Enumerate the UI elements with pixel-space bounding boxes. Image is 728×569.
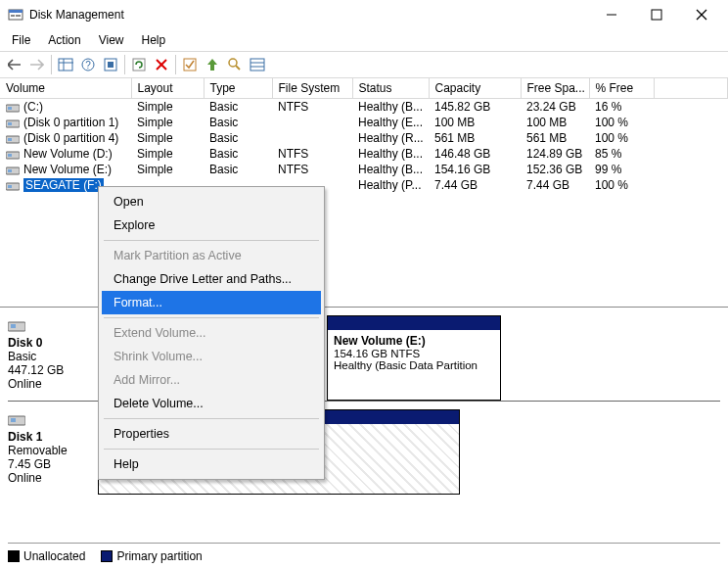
ctx-open[interactable]: Open — [102, 190, 321, 213]
cell-status: Healthy (P... — [352, 177, 429, 193]
disk-header: Disk 0Basic447.12 GBOnline — [8, 315, 98, 401]
cell-fs: NTFS — [272, 162, 352, 177]
cell-type: Basic — [204, 162, 272, 177]
partition[interactable]: New Volume (E:)154.16 GB NTFSHealthy (Ba… — [327, 315, 501, 401]
disk-size: 7.45 GB — [8, 457, 94, 471]
partition-status: Healthy (Basic Data Partition — [334, 359, 494, 371]
svg-rect-18 — [184, 59, 196, 71]
col-status[interactable]: Status — [352, 78, 429, 99]
ctx-shrink: Shrink Volume... — [102, 345, 321, 368]
cell-capacity: 145.82 GB — [429, 99, 521, 116]
svg-rect-15 — [133, 59, 145, 71]
cell-volume: New Volume (E:) — [0, 162, 131, 177]
col-layout[interactable]: Layout — [131, 78, 204, 99]
drive-icon — [6, 133, 20, 143]
svg-rect-35 — [8, 185, 12, 188]
svg-rect-25 — [8, 107, 12, 110]
check-icon[interactable] — [179, 54, 201, 75]
ctx-mirror: Add Mirror... — [102, 368, 321, 392]
disk-kind: Basic — [8, 350, 94, 363]
table-row[interactable]: (Disk 0 partition 1)SimpleBasicHealthy (… — [0, 115, 728, 130]
swatch-primary — [101, 550, 113, 562]
window-title: Disk Management — [29, 8, 589, 22]
menu-view[interactable]: View — [91, 31, 132, 49]
svg-rect-3 — [16, 15, 21, 17]
cell-layout: Simple — [131, 130, 204, 146]
col-fs[interactable]: File System — [272, 78, 352, 99]
table-row[interactable]: (Disk 0 partition 4)SimpleBasicHealthy (… — [0, 130, 728, 146]
disk-label: Disk 0 — [8, 336, 94, 350]
col-capacity[interactable]: Capacity — [429, 78, 521, 99]
drive-icon — [6, 165, 20, 174]
disk-state: Online — [8, 377, 94, 391]
disk-state: Online — [8, 471, 94, 485]
settings-icon[interactable] — [100, 54, 121, 75]
cell-free: 23.24 GB — [521, 99, 589, 116]
back-button[interactable] — [4, 54, 25, 75]
maximize-button[interactable] — [634, 0, 679, 29]
close-button[interactable] — [679, 0, 724, 29]
menu-action[interactable]: Action — [40, 31, 88, 49]
col-volume[interactable]: Volume — [0, 78, 131, 99]
cell-volume: (Disk 0 partition 4) — [0, 130, 131, 146]
svg-rect-37 — [11, 324, 16, 328]
svg-rect-5 — [652, 10, 661, 20]
cell-pct: 85 % — [589, 146, 654, 162]
svg-rect-27 — [8, 122, 12, 125]
svg-rect-1 — [9, 10, 23, 13]
menu-file[interactable]: File — [4, 31, 38, 49]
cell-layout: Simple — [131, 146, 204, 162]
show-hide-tree-button[interactable] — [55, 54, 76, 75]
svg-text:?: ? — [85, 60, 91, 71]
context-menu: Open Explore Mark Partition as Active Ch… — [98, 186, 325, 480]
drive-icon — [6, 149, 20, 159]
cell-volume: (C:) — [0, 99, 131, 115]
cell-capacity: 154.16 GB — [429, 162, 521, 177]
table-row[interactable]: New Volume (D:)SimpleBasicNTFSHealthy (B… — [0, 146, 728, 162]
cell-status: Healthy (R... — [352, 130, 429, 146]
cell-status: Healthy (B... — [352, 99, 429, 116]
search-icon[interactable] — [224, 54, 246, 75]
up-arrow-icon[interactable] — [202, 54, 223, 75]
svg-rect-2 — [11, 15, 15, 17]
cell-type: Basic — [204, 99, 272, 116]
table-row[interactable]: New Volume (E:)SimpleBasicNTFSHealthy (B… — [0, 162, 728, 177]
delete-icon[interactable] — [151, 54, 172, 75]
ctx-properties[interactable]: Properties — [102, 422, 321, 446]
drive-icon — [6, 118, 20, 127]
ctx-format[interactable]: Format... — [102, 291, 321, 314]
col-pct[interactable]: % Free — [589, 78, 654, 99]
help-icon[interactable]: ? — [77, 54, 99, 75]
table-row[interactable]: (C:)SimpleBasicNTFSHealthy (B...145.82 G… — [0, 99, 728, 116]
toolbar: ? — [0, 51, 728, 78]
ctx-mark-active: Mark Partition as Active — [102, 244, 321, 267]
cell-fs — [272, 115, 352, 130]
svg-rect-36 — [8, 322, 25, 331]
cell-capacity: 561 MB — [429, 130, 521, 146]
cell-fs: NTFS — [272, 99, 352, 116]
cell-fs: NTFS — [272, 146, 352, 162]
cell-pct: 100 % — [589, 177, 654, 193]
ctx-delete[interactable]: Delete Volume... — [102, 392, 321, 415]
menu-help[interactable]: Help — [134, 31, 174, 49]
col-type[interactable]: Type — [204, 78, 272, 99]
svg-rect-21 — [250, 59, 264, 71]
cell-capacity: 146.48 GB — [429, 146, 521, 162]
legend-unallocated: Unallocated — [23, 549, 85, 563]
col-free[interactable]: Free Spa... — [521, 78, 589, 99]
cell-free: 124.89 GB — [521, 146, 589, 162]
minimize-button[interactable] — [589, 0, 634, 29]
ctx-change-letter[interactable]: Change Drive Letter and Paths... — [102, 267, 321, 291]
ctx-explore[interactable]: Explore — [102, 213, 321, 237]
cell-type: Basic — [204, 146, 272, 162]
cell-volume: New Volume (D:) — [0, 146, 131, 162]
cell-layout: Simple — [131, 162, 204, 177]
cell-pct: 16 % — [589, 99, 654, 116]
cell-free: 152.36 GB — [521, 162, 589, 177]
refresh-icon[interactable] — [128, 54, 150, 75]
list-view-icon[interactable] — [247, 54, 268, 75]
cell-capacity: 100 MB — [429, 115, 521, 130]
cell-free: 561 MB — [521, 130, 589, 146]
forward-button[interactable] — [26, 54, 48, 75]
ctx-help[interactable]: Help — [102, 452, 321, 476]
